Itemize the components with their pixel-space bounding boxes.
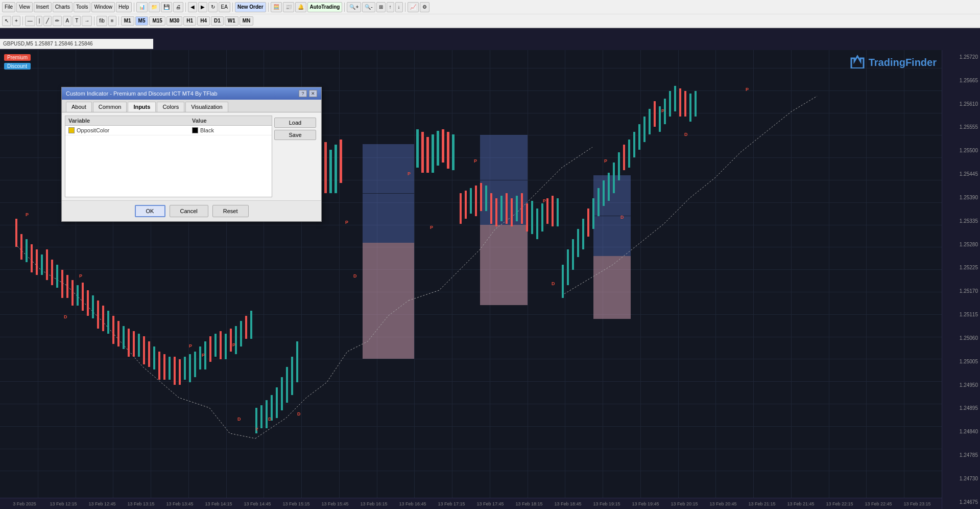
indicators-btn[interactable]: 📈 — [408, 2, 419, 12]
cancel-button[interactable]: Cancel — [170, 205, 208, 217]
menu-tools[interactable]: Tools — [74, 2, 90, 12]
table-row[interactable]: OppositColor Black — [65, 126, 272, 135]
menu-help[interactable]: Help — [116, 2, 132, 12]
menu-file[interactable]: File — [2, 2, 15, 12]
cursor-tool[interactable]: ↖ — [2, 16, 11, 26]
dialog-close-btn[interactable]: ✕ — [309, 90, 317, 97]
ok-button[interactable]: OK — [135, 205, 165, 217]
news-btn[interactable]: 📰 — [283, 2, 294, 12]
svg-rect-36 — [117, 321, 119, 346]
svg-rect-9 — [421, 132, 424, 173]
tab-about[interactable]: About — [66, 102, 92, 112]
load-button[interactable]: Load — [274, 118, 316, 128]
options-btn[interactable]: ⚙ — [420, 2, 429, 12]
time-axis: 3 Feb 2025 13 Feb 12:15 13 Feb 12:45 13 … — [0, 498, 942, 509]
timeframe-m5[interactable]: M5 — [135, 16, 149, 26]
chart-zoom-in[interactable]: 🔍+ — [347, 2, 361, 12]
price-16: 1.24895 — [944, 405, 978, 411]
refresh-btn[interactable]: ↻ — [208, 2, 218, 12]
calc-btn[interactable]: 🧮 — [271, 2, 282, 12]
menu-insert[interactable]: Insert — [34, 2, 52, 12]
price-19: 1.24730 — [944, 476, 978, 481]
dialog-help-btn[interactable]: ? — [299, 90, 307, 97]
midline-3 — [593, 216, 631, 216]
vline-tool[interactable]: | — [36, 16, 43, 26]
fibo-tool[interactable]: fib — [97, 16, 107, 26]
back-btn[interactable]: ◀ — [188, 2, 197, 12]
svg-rect-45 — [163, 354, 165, 380]
price-12: 1.25115 — [944, 312, 978, 317]
toolbar-row1: File View Insert Charts Tools Window Hel… — [0, 0, 980, 14]
reset-button[interactable]: Reset — [212, 205, 249, 217]
open-btn[interactable]: 📁 — [149, 2, 160, 12]
chart-grid-btn[interactable]: ⊞ — [376, 2, 386, 12]
svg-text:D: D — [684, 132, 688, 137]
svg-text:D: D — [297, 411, 301, 417]
menu-window[interactable]: Window — [91, 2, 115, 12]
toolbar-separator-3 — [232, 3, 233, 12]
dialog-titlebar: Custom Indicator - Premium and Discount … — [62, 87, 321, 100]
expert-btn[interactable]: EA — [219, 2, 230, 12]
svg-rect-38 — [128, 329, 130, 357]
timeframe-m1[interactable]: M1 — [121, 16, 134, 26]
channel-tool[interactable]: ≡ — [108, 16, 116, 26]
svg-text:Y: Y — [255, 427, 258, 432]
tab-colors[interactable]: Colors — [157, 102, 184, 112]
label-tool[interactable]: T — [73, 16, 81, 26]
toolbar-separator-6 — [405, 3, 405, 12]
tab-common[interactable]: Common — [93, 102, 127, 112]
svg-rect-75 — [475, 186, 477, 216]
svg-rect-46 — [169, 357, 171, 380]
trading-finder-logo: TradingFinder — [849, 54, 937, 71]
menu-charts[interactable]: Charts — [53, 2, 73, 12]
svg-rect-26 — [66, 275, 68, 298]
svg-rect-69 — [286, 367, 288, 403]
tab-inputs[interactable]: Inputs — [128, 102, 156, 112]
chart-up-btn[interactable]: ↑ — [387, 2, 394, 12]
time-13: 13 Feb 18:15 — [510, 501, 548, 506]
price-axis: 1.25720 1.25665 1.25610 1.25555 1.25500 … — [942, 50, 980, 509]
save-btn[interactable]: 💾 — [161, 2, 172, 12]
svg-rect-66 — [271, 395, 273, 421]
print-btn[interactable]: 🖨 — [173, 2, 183, 12]
arrow-tool[interactable]: → — [82, 16, 92, 26]
price-9: 1.25280 — [944, 242, 978, 247]
time-10: 13 Feb 16:45 — [393, 501, 432, 506]
svg-rect-110 — [654, 101, 656, 127]
time-14: 13 Feb 18:45 — [548, 501, 587, 506]
forward-btn[interactable]: ▶ — [198, 2, 207, 12]
timeframe-h1[interactable]: H1 — [183, 16, 196, 26]
crosshair-tool[interactable]: + — [12, 16, 20, 26]
alert-btn[interactable]: 🔔 — [295, 2, 306, 12]
new-order-button[interactable]: New Order — [235, 2, 266, 12]
timeframe-d1[interactable]: D1 — [211, 16, 224, 26]
chart-zoom-out[interactable]: 🔍- — [362, 2, 375, 12]
menu-view[interactable]: View — [16, 2, 33, 12]
hline-tool[interactable]: — — [25, 16, 35, 26]
chart-down-btn[interactable]: ↓ — [395, 2, 403, 12]
timeframe-h4[interactable]: H4 — [197, 16, 210, 26]
save-button[interactable]: Save — [274, 130, 316, 140]
value-color-swatch — [192, 127, 198, 133]
midline-1 — [363, 193, 414, 194]
svg-rect-117 — [689, 94, 691, 122]
new-chart-btn[interactable]: 📊 — [136, 2, 148, 12]
svg-rect-14 — [447, 132, 449, 169]
indicator-labels-container: Premium Discount — [4, 54, 31, 70]
timeframe-w1[interactable]: W1 — [225, 16, 238, 26]
dialog-body: Variable Value OppositColor Black — [62, 112, 321, 200]
timeframe-m30[interactable]: M30 — [166, 16, 182, 26]
timeframe-m15[interactable]: M15 — [149, 16, 165, 26]
auto-trading-button[interactable]: AutoTrading — [307, 2, 343, 12]
svg-rect-31 — [92, 295, 94, 318]
svg-rect-11 — [432, 134, 434, 173]
price-13: 1.25060 — [944, 335, 978, 341]
pen-tool[interactable]: ✏ — [53, 16, 62, 26]
svg-rect-53 — [204, 341, 206, 369]
text-tool[interactable]: A — [63, 16, 71, 26]
svg-rect-114 — [674, 86, 676, 111]
svg-rect-106 — [633, 132, 635, 157]
tline-tool[interactable]: ╱ — [43, 16, 52, 26]
tab-visualization[interactable]: Visualization — [185, 102, 228, 112]
timeframe-mn[interactable]: MN — [240, 16, 254, 26]
